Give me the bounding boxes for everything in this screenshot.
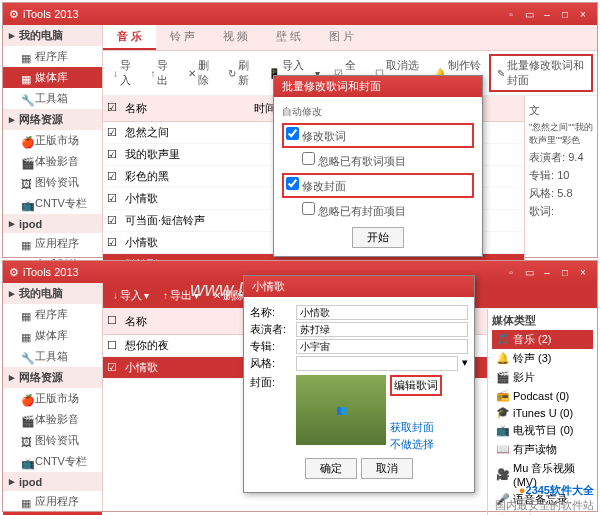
song-edit-dialog: 小情歌 名称: 表演者: 专辑: 风格:▾ 封面: 👥 编辑歌词 获取封面 不做… [243,275,475,493]
sidebar-item[interactable]: ▦应用程序 [3,233,102,254]
sidebar-item[interactable]: 🔧工具箱 [3,346,102,367]
win-btn[interactable]: ▭ [521,7,537,21]
max-button[interactable]: □ [557,265,573,279]
refresh-button[interactable]: ↻刷新 [222,56,260,90]
win-btn[interactable]: ▫ [503,7,519,21]
import-button[interactable]: ↓导入▾ [107,286,155,305]
artist-input[interactable] [296,322,468,337]
min-button[interactable]: – [539,7,555,21]
app-logo-icon: ⚙ [9,266,19,279]
cover-image: 👥 [296,375,386,445]
sidebar-item[interactable]: ▦程序库 [3,304,102,325]
close-button[interactable]: × [575,7,591,21]
sidebar-item[interactable]: 🎬体验影音 [3,151,102,172]
sidebar-group-ipod[interactable]: ▸ ipod [3,472,102,491]
media-type-item[interactable]: 📻 Podcast (0) [492,387,593,404]
export-button[interactable]: ↑导出▾ [157,286,205,305]
sidebar-item-toolbox[interactable]: 🔧工具箱 [3,88,102,109]
import-button[interactable]: ↓导入 [107,56,142,90]
sidebar-item[interactable]: 🖼图铃资讯 [3,430,102,451]
chk-edit-lyrics[interactable]: 修改歌词 [282,123,474,148]
header-checkbox[interactable]: ☑ [103,99,121,118]
sidebar-group-mycomputer[interactable]: ▸ 我的电脑 [3,283,102,304]
get-cover-link[interactable]: 获取封面 [390,420,442,435]
sidebar-group-network[interactable]: ▸ 网络资源 [3,367,102,388]
footer-brand: ●2345软件大全 国内最安全的软件站 [495,483,594,513]
batch-edit-button[interactable]: ✎批量修改歌词和封面 [489,54,593,92]
cancel-button[interactable]: 取消 [361,458,413,479]
dialog-title: 小情歌 [244,276,474,297]
media-type-item[interactable]: 🔔 铃声 (3) [492,349,593,368]
tab-music[interactable]: 音 乐 [103,25,156,50]
media-type-item[interactable]: 📖 有声读物 [492,440,593,459]
genre-input[interactable] [296,356,458,371]
close-button[interactable]: × [575,265,591,279]
sidebar-item[interactable]: 🎬体验影音 [3,409,102,430]
sidebar-item[interactable]: 📺CNTV专栏 [3,193,102,214]
delete-button[interactable]: ✕删除 [182,56,220,90]
batch-edit-dialog: 批量修改歌词和封面 自动修改 修改歌词 忽略已有歌词项目 修改封面 忽略已有封面… [273,75,483,257]
app-title: iTools 2013 [23,8,79,20]
edit-lyrics-link[interactable]: 编辑歌词 [390,375,442,396]
media-type-item[interactable]: 🎓 iTunes U (0) [492,404,593,421]
name-input[interactable] [296,305,468,320]
sidebar-item[interactable]: 🍎正版市场 [3,130,102,151]
start-button[interactable]: 开始 [352,227,404,248]
app-logo-icon: ⚙ [9,8,19,21]
chk-ignore-cover[interactable]: 忽略已有封面项目 [282,202,474,219]
sidebar-item[interactable]: ▦媒体库 [3,325,102,346]
sidebar-group-network[interactable]: ▸ 网络资源 [3,109,102,130]
media-type-item[interactable]: 📺 电视节目 (0) [492,421,593,440]
win-btn[interactable]: ▫ [503,265,519,279]
chk-ignore-lyrics[interactable]: 忽略已有歌词项目 [282,152,474,169]
tab-wallpaper[interactable]: 壁 纸 [262,25,315,50]
tab-picture[interactable]: 图 片 [315,25,368,50]
sidebar-item-media-lib[interactable]: ▦媒体库 [3,67,102,88]
dialog-title: 批量修改歌词和封面 [274,76,482,97]
tabs-top: 音 乐 铃 声 视 频 壁 纸 图 片 [103,25,597,51]
details-panel: 文 "忽然之间""我的歌声里""彩色 表演者: 9.4 专辑: 10 风格: 5… [524,96,597,276]
sidebar-item[interactable]: ▦应用程序 [3,491,102,512]
no-select-link[interactable]: 不做选择 [390,437,442,452]
win-btn[interactable]: ▭ [521,265,537,279]
tab-ringtone[interactable]: 铃 声 [156,25,209,50]
export-button[interactable]: ↑导出 [144,56,179,90]
header-checkbox[interactable]: ☐ [103,312,121,331]
min-button[interactable]: – [539,265,555,279]
media-type-music[interactable]: 🎵 音乐 (2) [492,330,593,349]
chk-edit-cover[interactable]: 修改封面 [282,173,474,198]
titlebar-top: ⚙iTools 2013 ▫ ▭ – □ × [3,3,597,25]
sidebar-bottom: ▸ 我的电脑 ▦程序库 ▦媒体库 🔧工具箱 ▸ 网络资源 🍎正版市场 🎬体验影音… [3,283,103,511]
sidebar-item-program-lib[interactable]: ▦程序库 [3,46,102,67]
tab-video[interactable]: 视 频 [209,25,262,50]
sidebar-group-mycomputer[interactable]: ▸ 我的电脑 [3,25,102,46]
sidebar-item[interactable]: 🍎正版市场 [3,388,102,409]
col-name[interactable]: 名称 [121,99,250,118]
media-type-item[interactable]: 🎬 影片 [492,368,593,387]
sidebar-item[interactable]: 🖼图铃资讯 [3,172,102,193]
sidebar-top: ▸ 我的电脑 ▦程序库 ▦媒体库 🔧工具箱 ▸ 网络资源 🍎正版市场 🎬体验影音… [3,25,103,257]
sidebar-item[interactable]: 📺CNTV专栏 [3,451,102,472]
max-button[interactable]: □ [557,7,573,21]
album-input[interactable] [296,339,468,354]
ok-button[interactable]: 确定 [305,458,357,479]
sidebar-group-ipod[interactable]: ▸ ipod [3,214,102,233]
